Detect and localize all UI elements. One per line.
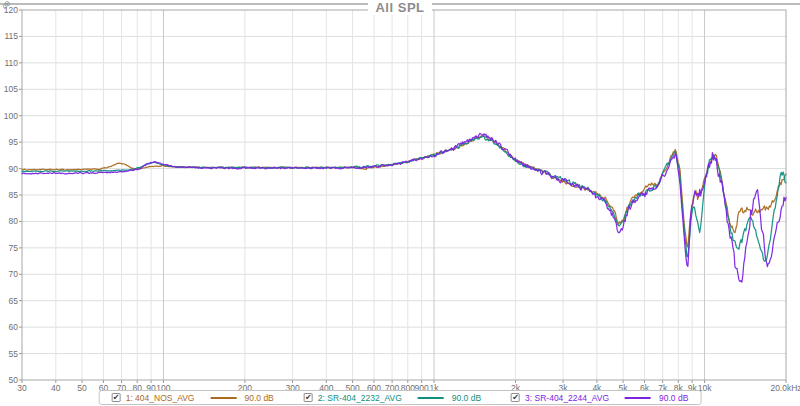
trace-1-line-swatch-icon [210, 397, 236, 399]
y-tick-label: 110 [4, 58, 18, 68]
trace-3-checkbox-icon[interactable]: ✔ [511, 393, 520, 402]
x-tick-label: 40 [51, 383, 61, 393]
trace-1-checkbox-icon[interactable]: ✔ [112, 393, 121, 402]
trace-2-line-swatch-icon [418, 397, 444, 399]
trace-3-label[interactable]: 3: SR-404_2244_AVG [525, 393, 609, 403]
chart-title: All SPL [0, 0, 800, 15]
y-tick-label: 105 [4, 84, 18, 94]
y-tick-label: 95 [9, 137, 19, 147]
trace-2-label[interactable]: 2: SR-404_2232_AVG [318, 393, 402, 403]
y-tick-label: 90 [9, 164, 19, 174]
y-tick-label: 55 [9, 349, 19, 359]
y-tick-label: 75 [9, 243, 19, 253]
y-tick-label: 60 [9, 322, 19, 332]
y-tick-label: 70 [9, 269, 19, 279]
legend-item-2[interactable]: ✔ 2: SR-404_2232_AVG 90.0 dB [304, 393, 481, 403]
y-tick-label: 80 [9, 216, 19, 226]
trace-3-line-swatch-icon [625, 397, 651, 399]
trace-3-level: 90.0 dB [659, 393, 688, 403]
x-tick-label: 50 [77, 383, 87, 393]
x-tick-label: 30 [17, 383, 27, 393]
spl-frequency-response-chart: 1201151101051009590858075706560555030405… [0, 0, 800, 406]
x-tick-label: 20.0kHz [770, 383, 800, 393]
trace-1-label[interactable]: 1: 404_NOS_AVG [126, 393, 195, 403]
y-tick-label: 100 [4, 111, 18, 121]
y-tick-label: 65 [9, 296, 19, 306]
y-tick-label: 115 [4, 31, 18, 41]
trace-2-checkbox-icon[interactable]: ✔ [304, 393, 313, 402]
measurement-legend: ✔ 1: 404_NOS_AVG 90.0 dB ✔ 2: SR-404_223… [99, 390, 702, 405]
trace-1-level: 90.0 dB [244, 393, 273, 403]
trace-2-level: 90.0 dB [452, 393, 481, 403]
trace-1 [22, 136, 786, 247]
y-tick-label: 85 [9, 190, 19, 200]
legend-item-1[interactable]: ✔ 1: 404_NOS_AVG 90.0 dB [112, 393, 274, 403]
legend-item-3[interactable]: ✔ 3: SR-404_2244_AVG 90.0 dB [511, 393, 688, 403]
